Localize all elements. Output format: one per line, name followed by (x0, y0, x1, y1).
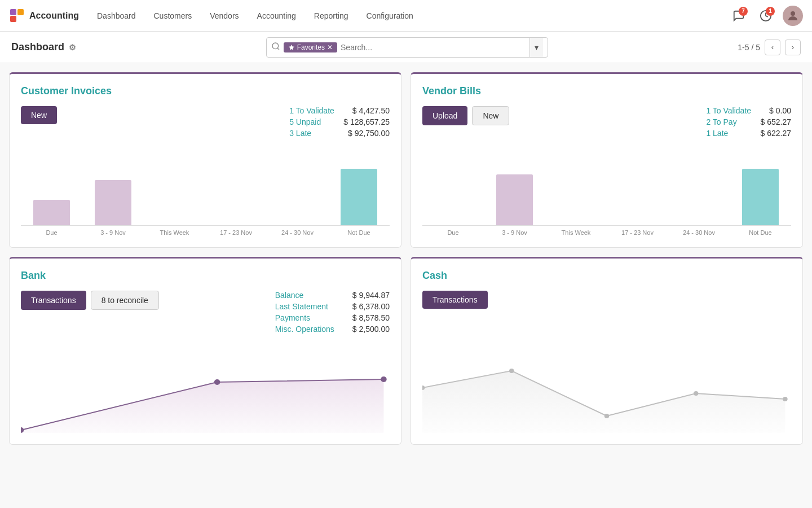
bar-group-due (21, 200, 82, 225)
bank-buttons: Transactions 8 to reconcile (21, 291, 159, 310)
search-input[interactable] (341, 43, 526, 52)
user-avatar[interactable] (783, 6, 803, 26)
nav-right: 7 1 (729, 6, 803, 26)
search-dropdown-btn[interactable]: ▾ (529, 38, 543, 57)
svg-rect-2 (10, 9, 16, 15)
chat-notifications[interactable]: 7 (729, 6, 749, 26)
bank-transactions-btn[interactable]: Transactions (21, 291, 86, 310)
bank-stat-misc[interactable]: Misc. Operations (275, 325, 334, 334)
settings-gear-icon[interactable]: ⚙ (69, 43, 76, 52)
stat-row: 5 Unpaid $ 128,657.25 (289, 117, 390, 126)
vendor-bills-stats: 1 To Validate $ 0.00 2 To Pay $ 652.27 1… (706, 106, 791, 140)
vendor-stat-label-to-pay[interactable]: 2 To Pay (706, 117, 736, 126)
svg-rect-1 (17, 9, 24, 15)
activity-badge: 1 (766, 7, 775, 16)
vendor-bills-new-btn[interactable]: New (472, 106, 509, 125)
vendor-stat-value-to-validate: $ 0.00 (769, 106, 791, 115)
stat-row: 1 Late $ 622.27 (706, 129, 791, 138)
bar-chart (422, 147, 791, 226)
vendor-stat-value-late: $ 622.27 (761, 129, 792, 138)
bar-group-3-9-nov (82, 180, 144, 225)
favorites-filter-tag[interactable]: Favorites ✕ (284, 42, 337, 52)
nav-menu: Dashboard Customers Vendors Accounting R… (88, 0, 729, 32)
bank-stat-balance[interactable]: Balance (275, 291, 304, 300)
pagination-next-btn[interactable]: › (785, 40, 801, 55)
bank-stat-last-statement-value: $ 6,378.00 (352, 302, 390, 311)
svg-point-13 (604, 414, 609, 418)
bank-chart-svg (21, 343, 390, 433)
vendor-bills-buttons: Upload New (422, 106, 509, 125)
svg-rect-0 (10, 16, 16, 22)
pagination-prev-btn[interactable]: ‹ (765, 40, 780, 55)
main-content: Customer Invoices New 1 To Validate $ 4,… (0, 63, 812, 454)
bar-group-3-9-nov (484, 174, 545, 225)
nav-vendors[interactable]: Vendors (201, 0, 248, 32)
cash-card: Cash Transactions (411, 257, 803, 445)
customer-invoices-title: Customer Invoices (21, 85, 390, 97)
bank-top: Transactions 8 to reconcile Balance $ 9,… (21, 291, 390, 336)
bank-stat-balance-value: $ 9,944.87 (352, 291, 390, 300)
stat-row: Payments $ 8,578.50 (275, 313, 390, 322)
stat-label-to-validate[interactable]: 1 To Validate (289, 106, 334, 115)
cash-transactions-btn[interactable]: Transactions (422, 291, 488, 309)
svg-point-10 (381, 376, 387, 382)
bank-title: Bank (21, 270, 390, 282)
stat-row: Misc. Operations $ 2,500.00 (275, 325, 390, 334)
customer-invoices-new-btn[interactable]: New (21, 106, 57, 124)
stat-row: 1 To Validate $ 4,427.50 (289, 106, 390, 115)
customer-invoices-stats: 1 To Validate $ 4,427.50 5 Unpaid $ 128,… (289, 106, 390, 140)
customer-invoices-top: New 1 To Validate $ 4,427.50 5 Unpaid $ … (21, 106, 390, 140)
logo-icon (9, 8, 25, 24)
chart-labels: Due 3 - 9 Nov This Week 17 - 23 Nov 24 -… (422, 229, 791, 236)
nav-configuration[interactable]: Configuration (358, 0, 422, 32)
stat-label-late[interactable]: 3 Late (289, 129, 311, 138)
app-logo[interactable]: Accounting (9, 8, 79, 24)
nav-accounting[interactable]: Accounting (248, 0, 305, 32)
stat-row: Last Statement $ 6,378.00 (275, 302, 390, 311)
bank-reconcile-btn[interactable]: 8 to reconcile (91, 291, 159, 310)
bank-line-chart (21, 343, 390, 433)
stat-value-unpaid: $ 128,657.25 (343, 117, 390, 126)
svg-point-12 (509, 369, 514, 373)
svg-point-9 (214, 379, 220, 385)
bank-stat-payments-value: $ 8,578.50 (352, 313, 390, 322)
svg-point-4 (791, 11, 795, 16)
vendor-stat-label-late[interactable]: 1 Late (706, 129, 728, 138)
cash-buttons: Transactions (422, 291, 488, 309)
bank-stat-last-statement[interactable]: Last Statement (275, 302, 328, 311)
bar-chart (21, 147, 390, 226)
pagination-text: 1-5 / 5 (738, 43, 760, 52)
top-nav: Accounting Dashboard Customers Vendors A… (0, 0, 812, 32)
vendor-bills-upload-btn[interactable]: Upload (422, 106, 467, 125)
activity-notifications[interactable]: 1 (756, 6, 776, 26)
vendor-stat-value-to-pay: $ 652.27 (761, 117, 792, 126)
filter-close-icon[interactable]: ✕ (327, 43, 333, 51)
stat-value-late: $ 92,750.00 (348, 129, 390, 138)
vendor-bills-top: Upload New 1 To Validate $ 0.00 2 To Pay… (422, 106, 791, 140)
stat-row: 3 Late $ 92,750.00 (289, 129, 390, 138)
vendor-bills-card: Vendor Bills Upload New 1 To Validate $ … (411, 72, 803, 248)
bank-stat-payments[interactable]: Payments (275, 313, 310, 322)
stat-label-unpaid[interactable]: 5 Unpaid (289, 117, 321, 126)
nav-reporting[interactable]: Reporting (305, 0, 358, 32)
search-bar: Favorites ✕ ▾ (266, 37, 548, 58)
nav-customers[interactable]: Customers (145, 0, 201, 32)
stat-row: 1 To Validate $ 0.00 (706, 106, 791, 115)
page-title: Dashboard ⚙ (11, 41, 76, 53)
subheader: Dashboard ⚙ Favorites ✕ ▾ 1-5 / 5 ‹ › (0, 32, 812, 63)
chat-badge: 7 (739, 7, 748, 16)
customer-invoices-buttons: New (21, 106, 57, 124)
cash-line-chart (422, 343, 791, 433)
svg-line-6 (277, 48, 279, 50)
stat-row: 2 To Pay $ 652.27 (706, 117, 791, 126)
stat-value-to-validate: $ 4,427.50 (352, 106, 390, 115)
svg-point-5 (272, 43, 279, 49)
nav-dashboard[interactable]: Dashboard (88, 0, 145, 32)
customer-invoices-chart: Due 3 - 9 Nov This Week 17 - 23 Nov 24 -… (21, 147, 390, 236)
cash-top: Transactions (422, 291, 791, 309)
vendor-bills-title: Vendor Bills (422, 85, 791, 97)
bank-stat-misc-value: $ 2,500.00 (352, 325, 390, 334)
cash-chart-svg (422, 343, 791, 433)
vendor-stat-label-to-validate[interactable]: 1 To Validate (706, 106, 751, 115)
bar-group-not-due (328, 169, 390, 225)
